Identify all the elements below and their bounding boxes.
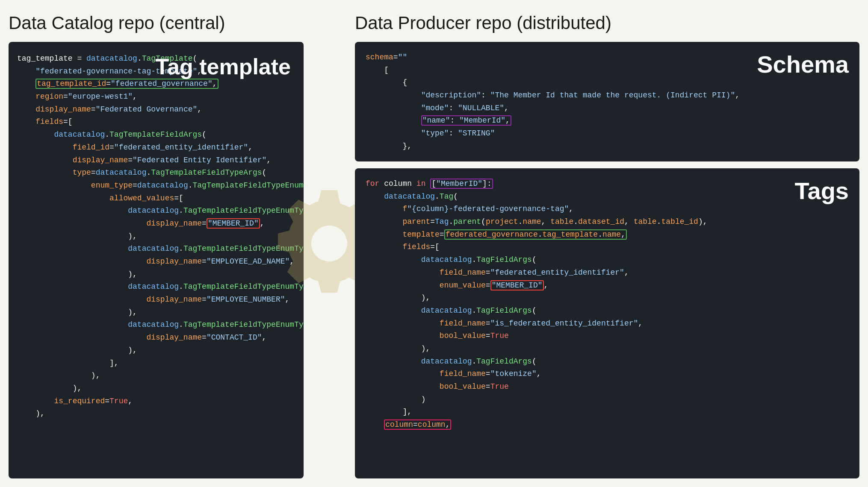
left-code: tag_template = datacatalog.TagTemplate( … [17,53,295,420]
right-title: Data Producer repo (distributed) [355,13,859,33]
left-panel: Data Catalog repo (central) Tag template… [0,0,312,487]
right-panel: Data Producer repo (distributed) Schema … [346,0,868,487]
tags-code: for column in ["MemberID"]: datacatalog.… [366,178,849,431]
divider [312,0,346,487]
schema-label: Schema [757,50,849,78]
left-code-block: Tag template tag_template = datacatalog.… [9,42,304,478]
schema-code-block: Schema schema="" [ { "description": "The… [355,42,859,161]
tags-code-block: Tags for column in ["MemberID"]: datacat… [355,168,859,478]
left-title: Data Catalog repo (central) [9,13,304,33]
tags-label: Tags [794,177,849,205]
tag-template-label: Tag template [155,55,291,79]
right-panels-container: Schema schema="" [ { "description": "The… [355,42,859,478]
main-container: Data Catalog repo (central) Tag template… [0,0,868,487]
